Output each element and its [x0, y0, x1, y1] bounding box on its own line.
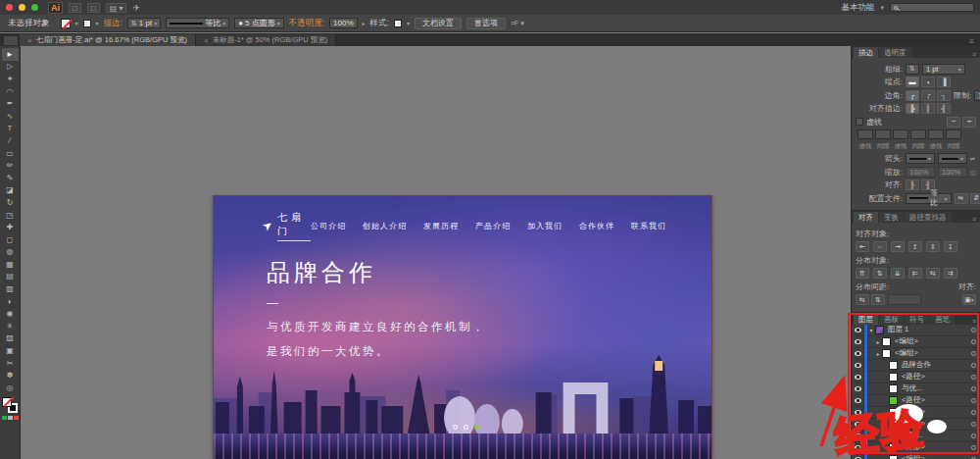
shape-builder-tool[interactable]: ◍ — [2, 246, 19, 259]
close-tab-icon[interactable]: × — [204, 36, 209, 45]
layer-row[interactable]: ▸<编组> — [852, 348, 980, 360]
dash-value-field[interactable] — [858, 129, 873, 139]
profile-flip-button[interactable]: ⇵ — [970, 193, 980, 204]
more-options-icon[interactable]: ≡F ▾ — [511, 20, 524, 27]
layer-row[interactable]: ▾图层 1 — [852, 325, 980, 336]
distribute-spacing-button[interactable]: ⇆ — [856, 294, 869, 305]
distribute-object-button[interactable]: ⇇ — [908, 268, 922, 279]
workspace-switcher[interactable]: 基本功能 — [841, 2, 874, 14]
zoom-window-button[interactable] — [31, 4, 38, 11]
pen-tool[interactable]: ✒ — [2, 97, 19, 110]
layer-target-icon[interactable] — [971, 445, 976, 450]
document-setup-button[interactable]: 文档设置 — [415, 18, 462, 29]
visibility-toggle[interactable] — [852, 347, 864, 359]
tab-stroke-1[interactable]: 透明度 — [879, 47, 911, 58]
corner-button[interactable]: ┌ — [906, 90, 919, 101]
panel-menu-icon[interactable]: ≡ — [968, 318, 980, 325]
distribute-object-button[interactable]: ⇉ — [944, 268, 957, 279]
preferences-button[interactable]: 首选项 — [466, 18, 506, 29]
hand-tool[interactable]: ✽ — [2, 369, 19, 382]
close-tab-icon[interactable]: × — [27, 36, 32, 45]
column-graph-tool[interactable]: ▨ — [2, 332, 19, 345]
align-object-button[interactable]: ⇔ — [873, 241, 887, 252]
tab-align-2[interactable]: 路径查找器 — [905, 212, 952, 223]
mesh-tool[interactable]: ▤ — [2, 271, 19, 283]
distribute-object-button[interactable]: ⇈ — [856, 268, 869, 279]
layer-row[interactable]: 品牌合作 — [852, 360, 980, 372]
layer-target-icon[interactable] — [971, 410, 976, 415]
line-segment-tool[interactable]: ∕ — [2, 134, 19, 147]
visibility-toggle[interactable] — [852, 453, 864, 459]
lasso-tool[interactable]: ◠ — [2, 85, 19, 98]
align-stroke-button[interactable]: ╣ — [937, 103, 951, 114]
layer-row[interactable]: <路径> — [852, 372, 980, 383]
close-window-button[interactable] — [6, 4, 13, 11]
layer-target-icon[interactable] — [971, 386, 976, 391]
visibility-toggle[interactable] — [852, 418, 864, 430]
fill-chevron-icon[interactable]: ▾ — [75, 20, 78, 26]
style-chevron-icon[interactable]: ▾ — [407, 20, 410, 26]
distribute-object-button[interactable]: ⇆ — [926, 268, 940, 279]
direct-selection-tool[interactable]: ▷ — [2, 61, 19, 74]
visibility-toggle[interactable] — [852, 371, 864, 382]
cap-button[interactable]: ▐ — [937, 76, 951, 87]
rotate-tool[interactable]: ↻ — [2, 196, 19, 209]
symbol-sprayer-tool[interactable]: ✳ — [2, 320, 19, 332]
layer-target-icon[interactable] — [971, 375, 976, 380]
stock-icon[interactable]: □ — [87, 3, 100, 13]
tab-layers-1[interactable]: 画板 — [879, 314, 904, 325]
scale-tool[interactable]: ◳ — [2, 209, 19, 222]
visibility-toggle[interactable] — [852, 394, 864, 406]
align-object-button[interactable]: ⇥ — [891, 241, 905, 252]
visibility-toggle[interactable] — [852, 382, 864, 394]
fill-swatch[interactable] — [61, 19, 71, 28]
dashed-option-button[interactable]: ╍ — [962, 117, 976, 128]
align-object-button[interactable]: ↥ — [908, 241, 922, 252]
type-tool[interactable]: T — [2, 123, 19, 135]
cap-button[interactable]: ▬ — [906, 76, 919, 87]
arrow-scale-end-field[interactable]: 100% — [938, 167, 967, 178]
dash-value-field[interactable] — [875, 129, 891, 139]
rectangle-tool[interactable]: ▭ — [2, 147, 19, 160]
panel-menu-icon[interactable]: ≡ — [968, 216, 980, 223]
visibility-toggle[interactable] — [852, 359, 864, 371]
dash-value-field[interactable] — [928, 129, 944, 139]
chevron-down-icon[interactable]: ▾ — [154, 20, 157, 26]
layer-expand-icon[interactable]: ▸ — [874, 338, 882, 345]
chevron-down-icon[interactable]: ▾ — [222, 20, 225, 26]
arrow-align-button[interactable]: ╟ — [906, 179, 919, 190]
cap-button[interactable]: ◖ — [921, 76, 935, 87]
stroke-weight-field[interactable]: ⇅ 1 pt ▾ — [127, 18, 161, 28]
pencil-tool[interactable]: ✎ — [2, 172, 19, 184]
tab-stroke-0[interactable]: 描边 — [854, 47, 878, 58]
layer-row[interactable]: 公司... — [852, 431, 980, 442]
layer-row[interactable]: <编组> — [852, 454, 980, 459]
weight-dropdown[interactable]: 1 pt▾ — [922, 64, 965, 75]
document-tab[interactable]: ×七扇门画册-定.ai* @ 16.67% (RGB/GPU 预览) — [20, 34, 196, 46]
artboard-banner[interactable]: ➤ 七扇门 公司介绍创始人介绍发展历程产品介绍加入我们合作伙伴联系我们 品牌合作… — [213, 195, 712, 459]
corner-button[interactable]: ╭ — [921, 90, 935, 101]
opacity-chevron-icon[interactable]: ▸ — [363, 20, 366, 26]
document-tab[interactable]: ×未标题-1* @ 50% (RGB/GPU 预览) — [196, 34, 336, 46]
layer-row[interactable]: <矩形> — [852, 442, 980, 454]
arrange-documents-icon[interactable]: ▤ ▾ — [106, 3, 127, 13]
layer-target-icon[interactable] — [971, 422, 976, 427]
search-input[interactable] — [890, 3, 974, 12]
tab-layers-2[interactable]: 符号 — [905, 314, 929, 325]
tab-align-1[interactable]: 变换 — [879, 212, 904, 223]
visibility-toggle[interactable] — [852, 325, 864, 336]
visibility-toggle[interactable] — [852, 406, 864, 418]
selection-tool[interactable]: ► — [2, 48, 19, 61]
blend-tool[interactable]: ◉ — [2, 307, 19, 320]
width-tool[interactable]: ✚ — [2, 221, 19, 233]
paintbrush-tool[interactable]: ✏ — [2, 159, 19, 172]
panel-menu-icon[interactable]: ≡ — [968, 51, 980, 58]
share-icon[interactable]: ✈ — [132, 3, 140, 13]
profile-dropdown[interactable]: 等比▾ — [906, 193, 952, 204]
layer-target-icon[interactable] — [971, 351, 976, 356]
curvature-tool[interactable]: ∿ — [2, 110, 19, 123]
align-object-button[interactable]: ⇤ — [856, 241, 869, 252]
layer-row[interactable]: <路径> — [852, 407, 980, 419]
weight-stepper[interactable]: ⇅ — [906, 64, 919, 75]
layer-expand-icon[interactable]: ▸ — [874, 350, 882, 357]
